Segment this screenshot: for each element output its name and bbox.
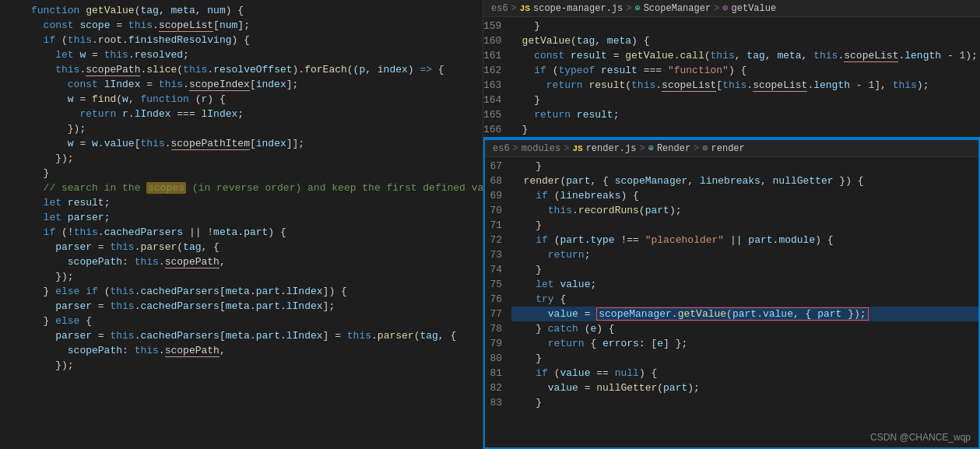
code-line: }); xyxy=(31,121,483,136)
code-line: const result = getValue.call(this, tag, … xyxy=(510,48,980,63)
code-line: let value; xyxy=(511,277,978,292)
code-line: parser = this.parser(tag, { xyxy=(31,240,483,254)
code-line: parser = this.cachedParsers[meta.part.lI… xyxy=(31,328,483,343)
code-line: } catch (e) { xyxy=(511,321,978,336)
code-line: } xyxy=(511,395,978,410)
code-line: } xyxy=(510,19,980,33)
code-line: } else if (this.cachedParsers[meta.part.… xyxy=(31,284,483,299)
code-line: } xyxy=(511,218,978,233)
left-panel: function getValue(tag, meta, num) { cons… xyxy=(0,0,483,449)
right-bottom-panel: es6 > modules > JS render.js > ⊕ Render … xyxy=(483,139,980,449)
breadcrumb-file: scope-manager.js xyxy=(533,3,623,14)
code-line: parser = this.cachedParsers[meta.part.lI… xyxy=(31,299,483,314)
code-line: scopePath: this.scopePath, xyxy=(31,343,483,358)
code-line: // search in the scopes (in reverse orde… xyxy=(31,181,483,195)
breadcrumb-modules: modules xyxy=(522,143,560,154)
code-line: if (part.type !== "placeholder" || part.… xyxy=(511,233,978,247)
main-container: function getValue(tag, meta, num) { cons… xyxy=(0,0,980,449)
code-line: return result; xyxy=(510,107,980,122)
breadcrumb-js-icon2: JS xyxy=(572,144,582,153)
code-line: } xyxy=(511,262,978,277)
breadcrumb-sep: > xyxy=(511,3,517,14)
code-line: scopePath: this.scopePath, xyxy=(31,254,483,269)
code-line: if (linebreaks) { xyxy=(511,188,978,203)
code-line: }); xyxy=(31,151,483,166)
code-line: try { xyxy=(511,292,978,307)
code-line: value = scopeManager.getValue(part.value… xyxy=(511,307,978,321)
breadcrumb-scope-icon: ⊕ xyxy=(634,2,640,14)
right-bottom-line-numbers: 67 68 69 70 71 72 73 74 75 76 77 78 79 8… xyxy=(485,157,508,447)
code-line: render(part, { scopeManager, linebreaks,… xyxy=(511,174,978,188)
breadcrumb-lang2: es6 xyxy=(493,143,510,154)
breadcrumb-class-icon2: ⊕ xyxy=(648,142,654,154)
code-line: return { errors: [e] }; xyxy=(511,336,978,351)
breadcrumb-func-icon: ⊙ xyxy=(722,2,728,14)
breadcrumb-func-icon2: ⊙ xyxy=(702,142,708,154)
breadcrumb-js-icon: JS xyxy=(520,4,530,13)
code-line: } xyxy=(511,159,978,174)
code-line: if (value == null) { xyxy=(511,366,978,381)
code-line: } else { xyxy=(31,314,483,328)
code-line: value = nullGetter(part); xyxy=(511,381,978,395)
breadcrumb-sep2: > xyxy=(626,3,631,14)
code-line: }); xyxy=(31,269,483,284)
breadcrumb-lang: es6 xyxy=(491,3,508,14)
code-line: } xyxy=(31,166,483,181)
breadcrumb-sep4: > xyxy=(513,143,518,154)
code-line: const scope = this.scopeList[num]; xyxy=(31,18,483,33)
code-line: w = find(w, function (r) { xyxy=(31,92,483,107)
code-line: return r.lIndex === lIndex; xyxy=(31,107,483,121)
code-line: const lIndex = this.scopeIndex[index]; xyxy=(31,77,483,92)
code-line: } xyxy=(511,351,978,366)
breadcrumb-sep3: > xyxy=(714,3,719,14)
code-line: w = w.value[this.scopePathItem[index]]; xyxy=(31,136,483,151)
breadcrumb-bottom: es6 > modules > JS render.js > ⊕ Render … xyxy=(485,140,978,157)
code-line: let w = this.resolved; xyxy=(31,47,483,62)
code-line: this.scopePath.slice(this.resolveOffset)… xyxy=(31,62,483,77)
right-top-code: 159 160 161 162 163 164 165 166 } getVal… xyxy=(483,17,980,137)
code-line: } xyxy=(510,93,980,107)
code-line: getValue(tag, meta) { xyxy=(510,33,980,48)
right-top-line-numbers: 159 160 161 162 163 164 165 166 xyxy=(483,17,507,137)
code-line: function getValue(tag, meta, num) { xyxy=(31,3,483,18)
code-line: return; xyxy=(511,247,978,262)
breadcrumb-class: ScopeManager xyxy=(644,3,711,14)
breadcrumb-method: getValue xyxy=(732,3,777,14)
right-top-panel: es6 > JS scope-manager.js > ⊕ ScopeManag… xyxy=(483,0,980,139)
breadcrumb-sep5: > xyxy=(564,143,569,154)
code-line: } xyxy=(510,122,980,137)
watermark: CSDN @CHANCE_wqp xyxy=(870,432,971,443)
code-line: if (typeof result === "function") { xyxy=(510,63,980,78)
breadcrumb-class2: Render xyxy=(657,143,690,154)
breadcrumb-sep6: > xyxy=(639,143,645,154)
breadcrumb-file2: render.js xyxy=(586,143,637,154)
left-line-numbers xyxy=(0,0,28,449)
code-line: }); xyxy=(31,358,483,373)
right-bottom-code-content: } render(part, { scopeManager, linebreak… xyxy=(508,157,978,447)
right-panel: es6 > JS scope-manager.js > ⊕ ScopeManag… xyxy=(483,0,980,449)
code-line: if (!this.cachedParsers || !meta.part) { xyxy=(31,225,483,240)
right-top-code-content: } getValue(tag, meta) { const result = g… xyxy=(507,17,980,137)
code-line: let result; xyxy=(31,195,483,210)
left-code-area: function getValue(tag, meta, num) { cons… xyxy=(0,0,483,449)
code-line: if (this.root.finishedResolving) { xyxy=(31,33,483,47)
left-code-content: function getValue(tag, meta, num) { cons… xyxy=(28,0,483,449)
code-line: let parser; xyxy=(31,210,483,225)
code-line: return result(this.scopeList[this.scopeL… xyxy=(510,78,980,93)
breadcrumb-method2: render xyxy=(711,143,745,154)
code-line: this.recordRuns(part); xyxy=(511,203,978,218)
right-bottom-code: 67 68 69 70 71 72 73 74 75 76 77 78 79 8… xyxy=(485,157,978,447)
breadcrumb-top: es6 > JS scope-manager.js > ⊕ ScopeManag… xyxy=(483,0,980,17)
breadcrumb-sep7: > xyxy=(694,143,699,154)
